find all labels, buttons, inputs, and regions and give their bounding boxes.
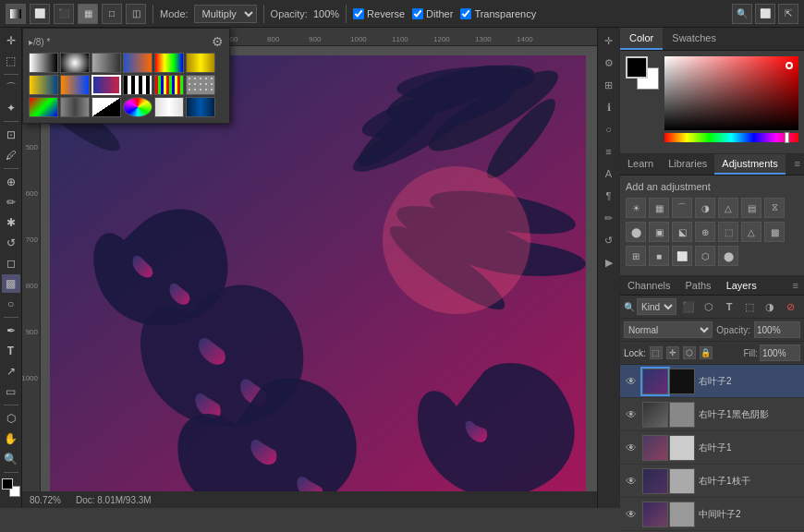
search-btn[interactable]: 🔍 bbox=[732, 4, 752, 24]
adj-hsl-icon[interactable]: ▤ bbox=[741, 198, 761, 218]
arrange-btn[interactable]: ⇱ bbox=[778, 4, 798, 24]
tool-btn-6[interactable]: ◫ bbox=[126, 4, 146, 24]
smart-filter-icon[interactable]: ◑ bbox=[761, 298, 778, 315]
move-icon[interactable]: ✛ bbox=[600, 31, 618, 50]
adj-posterize-icon[interactable]: ⬚ bbox=[718, 222, 738, 242]
grid-icon[interactable]: ⊞ bbox=[600, 76, 618, 94]
dodge-tool[interactable]: ○ bbox=[2, 295, 20, 313]
hue-slider[interactable] bbox=[664, 133, 798, 142]
path-select-tool[interactable]: ↗ bbox=[2, 362, 20, 381]
gradient-swatch-13[interactable] bbox=[29, 97, 58, 117]
layer-vis-3[interactable]: 👁 bbox=[624, 474, 639, 489]
layer-vis-0[interactable]: 👁 bbox=[624, 374, 639, 389]
gradient-swatch-4[interactable] bbox=[123, 53, 152, 73]
gradient-swatch-10[interactable] bbox=[123, 75, 152, 95]
adj-extra-icon[interactable]: ⬤ bbox=[718, 246, 738, 266]
gradient-swatch-17[interactable] bbox=[154, 97, 184, 117]
layer-vis-1[interactable]: 👁 bbox=[624, 407, 639, 422]
adj-brightness-icon[interactable]: ☀ bbox=[626, 198, 646, 218]
type-icon[interactable]: A bbox=[600, 164, 618, 183]
tab-libraries[interactable]: Libraries bbox=[661, 154, 714, 175]
popup-settings-btn[interactable]: ⚙ bbox=[212, 34, 224, 49]
adj-invert-icon[interactable]: ⊕ bbox=[695, 222, 715, 242]
fill-input[interactable] bbox=[760, 345, 800, 361]
tab-color[interactable]: Color bbox=[620, 28, 663, 50]
lasso-tool[interactable]: ⌒ bbox=[2, 79, 20, 97]
heal-tool[interactable]: ⊕ bbox=[2, 173, 20, 191]
adj-solid-icon[interactable]: ■ bbox=[649, 246, 669, 266]
transparency-checkbox[interactable]: Transparency bbox=[460, 8, 536, 19]
tool-btn-2[interactable]: ⬜ bbox=[30, 4, 50, 24]
move-tool[interactable]: ✛ bbox=[2, 31, 20, 50]
crop-tool[interactable]: ⊡ bbox=[2, 126, 20, 144]
gradient-swatch-3[interactable] bbox=[91, 53, 121, 73]
layers-menu-btn[interactable]: ≡ bbox=[787, 278, 804, 293]
actions-icon[interactable]: ▶ bbox=[600, 253, 618, 272]
tool-btn-4[interactable]: ▦ bbox=[78, 4, 98, 24]
lock-pos-btn[interactable]: ✛ bbox=[666, 346, 679, 359]
adj-menu-btn[interactable]: ≡ bbox=[791, 154, 804, 175]
fg-bg-colors-picker[interactable] bbox=[626, 56, 659, 90]
gradient-swatch-8[interactable] bbox=[60, 75, 90, 95]
color-picker-gradient[interactable] bbox=[664, 56, 798, 130]
fg-color-box[interactable] bbox=[626, 56, 648, 79]
adj-colorbalance-icon[interactable]: ⧖ bbox=[764, 198, 785, 218]
layer-vis-2[interactable]: 👁 bbox=[624, 441, 639, 455]
lock-artboard-btn[interactable]: ⬡ bbox=[683, 346, 696, 359]
gradient-swatch-12[interactable] bbox=[186, 75, 215, 95]
gradient-swatch-2[interactable] bbox=[60, 53, 90, 73]
mode-select[interactable]: Multiply Normal Screen bbox=[194, 5, 257, 23]
info-icon[interactable]: ℹ bbox=[600, 98, 618, 116]
eraser-tool[interactable]: ◻ bbox=[2, 254, 20, 272]
settings-icon[interactable]: ⚙ bbox=[600, 54, 618, 72]
gradient-swatch-16[interactable] bbox=[123, 97, 152, 117]
adj-gradient-icon[interactable]: ▩ bbox=[764, 222, 785, 242]
adj-colorlookup-icon[interactable]: ⬕ bbox=[672, 222, 692, 242]
adj-selectcolor-icon[interactable]: ⊞ bbox=[626, 246, 646, 266]
adj-photofilter-icon[interactable]: ⬤ bbox=[626, 222, 646, 242]
adj-exposure-icon[interactable]: ◑ bbox=[695, 198, 715, 218]
shape-tool[interactable]: ▭ bbox=[2, 382, 20, 401]
zoom-tool[interactable]: 🔍 bbox=[2, 450, 20, 468]
gradient-swatch-7[interactable] bbox=[29, 75, 58, 95]
pixel-filter-icon[interactable]: ⬛ bbox=[680, 298, 697, 315]
text-filter-icon[interactable]: T bbox=[721, 298, 737, 315]
tab-adjustments[interactable]: Adjustments bbox=[714, 154, 786, 175]
adjust-filter-icon[interactable]: ⬡ bbox=[700, 298, 717, 315]
dither-checkbox[interactable]: Dither bbox=[412, 8, 453, 19]
3d-tool[interactable]: ⬡ bbox=[2, 409, 20, 428]
gradient-swatch-6[interactable] bbox=[186, 53, 215, 73]
gradient-swatch-1[interactable] bbox=[29, 53, 58, 73]
tab-paths[interactable]: Paths bbox=[677, 276, 718, 295]
kind-select[interactable]: Kind bbox=[637, 298, 676, 315]
lock-pixel-btn[interactable]: ⬚ bbox=[650, 346, 663, 359]
fg-bg-colors[interactable] bbox=[2, 478, 20, 497]
brush-tool[interactable]: ✏ bbox=[2, 193, 20, 212]
tab-learn[interactable]: Learn bbox=[620, 154, 661, 175]
layer-vis-4[interactable]: 👁 bbox=[624, 507, 639, 522]
lock-all-btn[interactable]: 🔒 bbox=[700, 346, 713, 359]
adj-threshold-icon[interactable]: △ bbox=[741, 222, 761, 242]
filter-off-icon[interactable]: ⊘ bbox=[782, 298, 798, 315]
tab-channels[interactable]: Channels bbox=[620, 276, 677, 295]
history-icon[interactable]: ↺ bbox=[600, 231, 618, 249]
tab-layers[interactable]: Layers bbox=[719, 276, 764, 295]
tool-btn-3[interactable]: ⬛ bbox=[54, 4, 74, 24]
gradient-swatch-5[interactable] bbox=[154, 53, 184, 73]
gradient-swatch-9[interactable] bbox=[91, 75, 121, 95]
shape-filter-icon[interactable]: ⬚ bbox=[741, 298, 758, 315]
layers-icon[interactable]: ≡ bbox=[600, 142, 618, 161]
reverse-checkbox[interactable]: Reverse bbox=[353, 8, 405, 19]
tab-swatches[interactable]: Swatches bbox=[663, 28, 725, 50]
eyedropper-tool[interactable]: 🖊 bbox=[2, 146, 20, 164]
layer-item-2[interactable]: 👁 右叶子1 bbox=[620, 431, 804, 465]
layer-item-3[interactable]: 👁 右叶子1枝干 bbox=[620, 465, 804, 498]
gradient-fill-tool[interactable]: ▩ bbox=[2, 274, 20, 293]
gradient-swatch-14[interactable] bbox=[60, 97, 90, 117]
adj-gradientfill-icon[interactable]: ⬜ bbox=[672, 246, 692, 266]
history-brush[interactable]: ↺ bbox=[2, 234, 20, 252]
marquee-tool[interactable]: ⬚ bbox=[2, 52, 20, 70]
gradient-swatch-15[interactable] bbox=[91, 97, 121, 117]
layer-item-4[interactable]: 👁 中间叶子2 bbox=[620, 498, 804, 531]
text-tool[interactable]: T bbox=[2, 342, 20, 360]
